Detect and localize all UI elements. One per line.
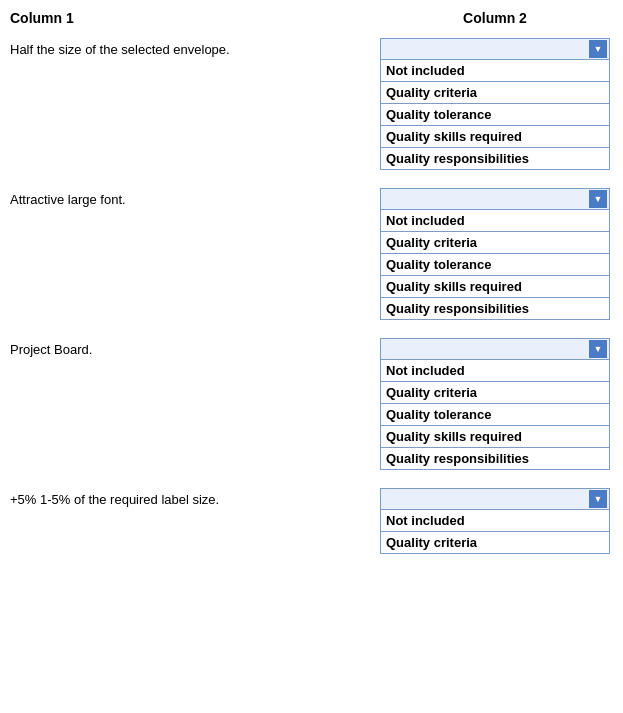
row-block-4: +5% 1-5% of the required label size. ▼ N… [10,488,613,554]
list-item[interactable]: Quality skills required [381,426,609,448]
row3-dropdown-list: Not included Quality criteria Quality to… [380,360,610,470]
list-item[interactable]: Not included [381,360,609,382]
col2-header: Column 2 [380,10,610,26]
list-item[interactable]: Quality tolerance [381,404,609,426]
row1-dropdown-trigger[interactable]: ▼ [380,38,610,60]
row3-dropdown-arrow[interactable]: ▼ [589,340,607,358]
row-block-3: Project Board. ▼ Not included Quality cr… [10,338,613,470]
row-block-1: Half the size of the selected envelope. … [10,38,613,170]
row4-dropdown-arrow[interactable]: ▼ [589,490,607,508]
row-block-2: Attractive large font. ▼ Not included Qu… [10,188,613,320]
list-item[interactable]: Not included [381,60,609,82]
row3-text: Project Board. [10,338,380,357]
list-item[interactable]: Quality skills required [381,126,609,148]
list-item[interactable]: Quality criteria [381,382,609,404]
main-layout: Column 1 Column 2 Half the size of the s… [10,10,613,554]
row2-dropdown-list: Not included Quality criteria Quality to… [380,210,610,320]
row4-text: +5% 1-5% of the required label size. [10,488,380,507]
row2-dropdown-container: ▼ Not included Quality criteria Quality … [380,188,610,320]
list-item[interactable]: Not included [381,210,609,232]
row4-dropdown-container: ▼ Not included Quality criteria [380,488,610,554]
list-item[interactable]: Quality responsibilities [381,148,609,169]
row2-text: Attractive large font. [10,188,380,207]
row4-dropdown-trigger[interactable]: ▼ [380,488,610,510]
row1-dropdown-arrow[interactable]: ▼ [589,40,607,58]
row2-dropdown-trigger[interactable]: ▼ [380,188,610,210]
header-row: Column 1 Column 2 [10,10,613,26]
row1-dropdown-list: Not included Quality criteria Quality to… [380,60,610,170]
list-item[interactable]: Quality tolerance [381,254,609,276]
row2-dropdown-arrow[interactable]: ▼ [589,190,607,208]
list-item[interactable]: Quality skills required [381,276,609,298]
list-item[interactable]: Not included [381,510,609,532]
row1-text: Half the size of the selected envelope. [10,38,380,57]
list-item[interactable]: Quality responsibilities [381,448,609,469]
list-item[interactable]: Quality responsibilities [381,298,609,319]
row4-dropdown-list: Not included Quality criteria [380,510,610,554]
list-item[interactable]: Quality criteria [381,232,609,254]
row3-dropdown-trigger[interactable]: ▼ [380,338,610,360]
list-item[interactable]: Quality criteria [381,532,609,553]
row1-dropdown-container: ▼ Not included Quality criteria Quality … [380,38,610,170]
list-item[interactable]: Quality criteria [381,82,609,104]
col1-header: Column 1 [10,10,380,26]
row3-dropdown-container: ▼ Not included Quality criteria Quality … [380,338,610,470]
list-item[interactable]: Quality tolerance [381,104,609,126]
